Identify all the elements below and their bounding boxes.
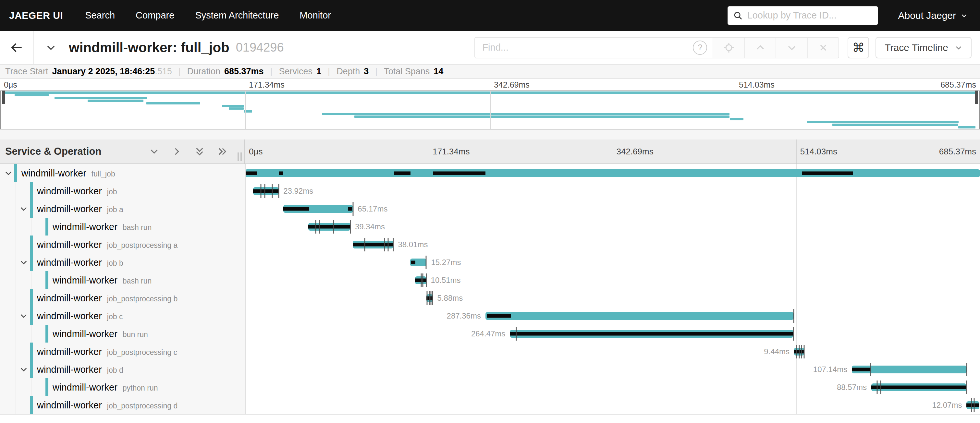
chevron-down-icon[interactable] [19,204,28,213]
column-divider[interactable] [245,164,246,414]
span-name-cell[interactable]: windmill-workerpython run [0,378,245,396]
span-bar[interactable] [871,383,966,391]
about-jaeger-menu[interactable]: About Jaeger [898,10,968,21]
span-log-marker[interactable] [427,291,428,305]
span-row[interactable]: windmill-workerbash run39.34ms [0,218,980,235]
span-log-marker[interactable] [793,327,794,340]
span-log-marker[interactable] [393,238,394,251]
span-bar[interactable] [794,348,804,356]
span-bar[interactable] [245,169,980,177]
span-log-marker[interactable] [870,363,871,376]
span-log-marker[interactable] [877,380,877,394]
span-bar-cell[interactable]: 10.51ms [245,271,980,289]
find-input[interactable] [475,38,687,58]
span-log-marker[interactable] [388,238,389,251]
span-name-cell[interactable]: windmill-workerjob_postprocessing c [0,343,245,360]
span-row[interactable]: windmill-workerjob c287.36ms [0,307,980,325]
nav-item-system-architecture[interactable]: System Architecture [185,10,289,21]
span-log-marker[interactable] [432,291,433,305]
span-bar[interactable] [426,294,433,302]
span-log-marker[interactable] [801,345,802,358]
span-log-marker[interactable] [971,398,972,412]
nav-item-search[interactable]: Search [75,10,125,21]
span-name-cell[interactable]: windmill-workerjob_postprocessing d [0,396,245,414]
span-bar-cell[interactable]: 38.01ms [245,235,980,253]
app-logo[interactable]: JAEGER UI [9,10,63,21]
trace-header-collapse-toggle[interactable] [45,42,56,53]
span-row[interactable]: windmill-workerjob b15.27ms [0,253,980,271]
span-bar-cell[interactable]: 287.36ms [245,307,980,325]
span-row[interactable]: windmill-workerjob23.92ms [0,182,980,200]
chevron-down-icon[interactable] [19,258,28,267]
span-row[interactable]: windmill-workerjob a65.17ms [0,200,980,218]
span-name-cell[interactable]: windmill-workerjob [0,182,245,200]
span-row[interactable]: windmill-workerbash run10.51ms [0,271,980,289]
span-log-marker[interactable] [880,380,881,394]
span-bar[interactable] [510,330,794,338]
span-bar[interactable] [283,205,353,213]
span-bar-cell[interactable]: 12.07ms [245,396,980,414]
span-log-marker[interactable] [420,274,422,287]
span-bar[interactable] [410,259,426,266]
span-bar[interactable] [415,277,426,284]
span-bar-cell[interactable]: 88.57ms [245,378,980,396]
span-name-cell[interactable]: windmill-workerjob_postprocessing a [0,235,245,253]
collapse-one-icon[interactable] [149,146,159,157]
span-log-marker[interactable] [966,380,967,394]
span-log-marker[interactable] [264,184,265,198]
span-bar-cell[interactable]: 65.17ms [245,200,980,218]
chevron-down-icon[interactable] [4,169,13,178]
span-bar[interactable] [852,366,967,374]
span-log-marker[interactable] [315,220,317,234]
span-name-cell[interactable]: windmill-workerjob b [0,253,245,271]
span-name-cell[interactable]: windmill-workerbun run [0,325,245,343]
span-name-cell[interactable]: windmill-workerfull_job [0,164,245,182]
back-button[interactable] [0,31,34,64]
span-log-marker[interactable] [799,345,800,358]
span-row[interactable]: windmill-workerjob_postprocessing d12.07… [0,396,980,414]
nav-item-compare[interactable]: Compare [125,10,185,21]
span-row[interactable]: windmill-workerjob_postprocessing c9.44m… [0,343,980,360]
span-bar[interactable] [308,223,350,231]
span-log-marker[interactable] [425,256,426,269]
span-bar-cell[interactable]: 23.92ms [245,182,980,200]
keyboard-shortcuts-button[interactable]: ⌘ [848,37,869,58]
span-log-marker[interactable] [431,291,431,305]
span-bar-cell[interactable]: 15.27ms [245,253,980,271]
trace-id-lookup-input[interactable] [747,10,873,21]
span-row[interactable]: windmill-workerjob_postprocessing a38.01… [0,235,980,253]
nav-item-monitor[interactable]: Monitor [289,10,341,21]
collapse-all-icon[interactable] [194,146,205,157]
find-help-button[interactable]: ? [687,38,713,58]
span-log-marker[interactable] [793,309,794,323]
span-name-cell[interactable]: windmill-workerjob c [0,307,245,325]
span-log-marker[interactable] [350,220,351,234]
find-next-button[interactable] [776,38,807,58]
span-log-marker[interactable] [384,238,385,251]
span-log-marker[interactable] [319,220,320,234]
span-log-marker[interactable] [260,184,261,198]
focus-spans-button[interactable] [713,38,744,58]
span-log-marker[interactable] [966,363,967,376]
span-log-marker[interactable] [364,238,365,251]
span-log-marker[interactable] [426,274,427,287]
span-row[interactable]: windmill-workerjob_postprocessing b5.88m… [0,289,980,307]
span-row[interactable]: windmill-workerbun run264.47ms [0,325,980,343]
minimap-right-scrubber-handle[interactable] [975,91,978,104]
expand-all-icon[interactable] [217,146,228,157]
span-name-cell[interactable]: windmill-workerbash run [0,218,245,235]
span-log-marker[interactable] [272,184,273,198]
find-prev-button[interactable] [744,38,776,58]
span-row[interactable]: windmill-workerfull_job [0,164,980,182]
span-bar-cell[interactable]: 9.44ms [245,343,980,360]
span-bar-cell[interactable] [245,164,980,182]
span-name-cell[interactable]: windmill-workerjob d [0,360,245,378]
span-log-marker[interactable] [974,398,974,412]
span-log-marker[interactable] [353,202,354,216]
span-bar-cell[interactable]: 39.34ms [245,218,980,235]
span-bar[interactable] [353,241,394,248]
trace-minimap[interactable] [0,91,980,129]
span-log-marker[interactable] [515,327,517,340]
span-row[interactable]: windmill-workerpython run88.57ms [0,378,980,396]
span-log-marker[interactable] [278,184,279,198]
